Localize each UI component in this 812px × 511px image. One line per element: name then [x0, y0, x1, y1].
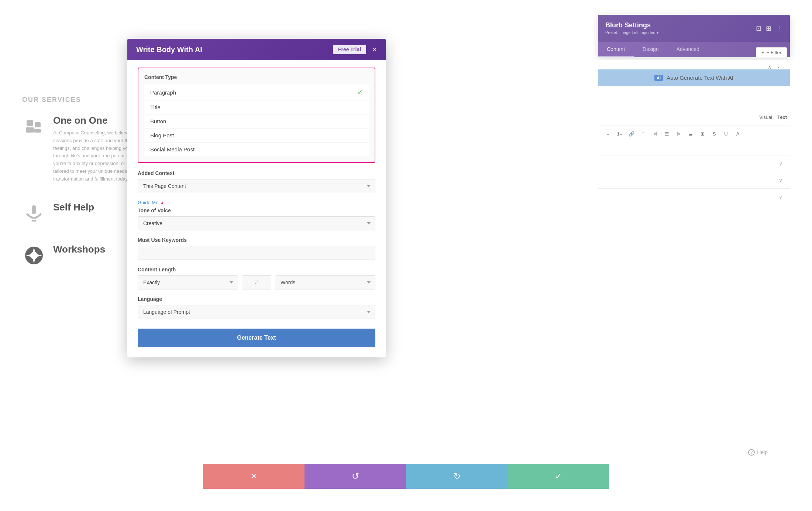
title-label: Title	[150, 104, 161, 110]
self-help-icon	[22, 202, 46, 225]
free-trial-badge: Free Trial	[333, 45, 366, 54]
close-button[interactable]: ×	[372, 45, 377, 54]
guide-me-arrow-icon: ▲	[160, 200, 164, 205]
self-help-title: Self Help	[53, 202, 94, 213]
svg-rect-1	[26, 127, 34, 133]
ai-icon: AI	[654, 75, 663, 81]
collapsible-row-3[interactable]: ∨	[598, 188, 790, 205]
social-media-label: Social Media Post	[150, 146, 195, 152]
svg-rect-4	[32, 205, 36, 214]
content-length-number-input[interactable]	[242, 275, 271, 289]
right-collapsibles: ∨ ∨ ∨	[598, 155, 790, 205]
table-icon[interactable]: ⊞	[698, 129, 707, 138]
guide-me-link[interactable]: Guide Me ▲	[138, 200, 375, 205]
paragraph-label: Paragraph	[150, 89, 176, 96]
svg-rect-5	[32, 220, 36, 222]
svg-point-8	[32, 254, 35, 257]
color-icon[interactable]: A	[733, 129, 743, 138]
blurb-header: Blurb Settings Preset: Image Left import…	[598, 15, 790, 42]
blurb-header-icons: ⊡ ⊞ ⋮	[756, 24, 782, 32]
help-button[interactable]: ? Help	[748, 449, 768, 456]
selected-check-icon: ✓	[357, 88, 363, 96]
tone-of-voice-group: Tone of Voice Creative	[138, 208, 375, 230]
numbered-list-icon[interactable]: 1≡	[615, 129, 625, 138]
chevron-down-icon-1: ∨	[779, 161, 782, 167]
layout-icon[interactable]: ⊞	[766, 24, 771, 32]
blog-post-label: Blog Post	[150, 132, 174, 138]
tab-content[interactable]: Content	[598, 42, 634, 57]
toolbar-row: ≡ 1≡ 🔗 " ⫷ ☰ ⫸ ≣ ⊞ S U A	[598, 126, 790, 141]
underline-icon[interactable]: U	[721, 129, 731, 138]
more-options-icon[interactable]: ⋮	[776, 24, 782, 32]
align-center-icon[interactable]: ☰	[662, 129, 672, 138]
visual-label[interactable]: Visual	[759, 114, 772, 120]
ai-modal-title: Write Body With AI	[136, 45, 202, 54]
text-label[interactable]: Text	[777, 114, 787, 120]
content-length-row: Exactly Words	[138, 275, 375, 289]
help-circle-icon: ?	[748, 449, 755, 456]
redo-action-button[interactable]: ↻	[406, 464, 508, 489]
justify-icon[interactable]: ≣	[686, 129, 695, 138]
language-group: Language Language of Prompt	[138, 296, 375, 319]
tab-design[interactable]: Design	[634, 42, 668, 57]
svg-rect-0	[27, 120, 33, 126]
resize-icon[interactable]: ⊡	[756, 24, 761, 32]
content-length-label: Content Length	[138, 267, 375, 272]
bullet-list-icon[interactable]: ≡	[603, 129, 613, 138]
undo-action-button[interactable]: ↺	[304, 464, 406, 489]
confirm-action-button[interactable]: ✓	[508, 464, 609, 489]
language-select[interactable]: Language of Prompt	[138, 305, 375, 319]
content-type-section: Content Type Paragraph ✓ Title Button Bl…	[138, 68, 375, 163]
filter-button[interactable]: + + Filter	[756, 47, 787, 58]
content-type-label: Content Type	[144, 74, 369, 80]
content-length-unit-select[interactable]: Words	[275, 275, 375, 289]
content-type-blog-post[interactable]: Blog Post	[144, 128, 369, 143]
language-label: Language	[138, 296, 375, 302]
added-context-label: Added Context	[138, 170, 375, 176]
chevron-down-icon-3: ∨	[779, 194, 782, 200]
ai-modal-body: Content Type Paragraph ✓ Title Button Bl…	[127, 60, 386, 357]
generate-text-button[interactable]: Generate Text	[138, 329, 375, 347]
align-right-icon[interactable]: ⫸	[674, 129, 684, 138]
tone-of-voice-select[interactable]: Creative	[138, 216, 375, 230]
content-type-paragraph[interactable]: Paragraph ✓	[144, 85, 369, 100]
filter-label: + Filter	[767, 50, 781, 55]
button-label: Button	[150, 118, 166, 124]
tab-advanced[interactable]: Advanced	[668, 42, 708, 57]
added-context-group: Added Context This Page Content	[138, 170, 375, 193]
link-icon[interactable]: 🔗	[627, 129, 636, 138]
auto-generate-button[interactable]: AI Auto Generate Text With AI	[598, 69, 790, 86]
content-type-title[interactable]: Title	[144, 100, 369, 114]
workshops-title: Workshops	[53, 244, 105, 255]
keywords-label: Must Use Keywords	[138, 237, 375, 243]
blurb-header-info: Blurb Settings Preset: Image Left import…	[605, 21, 659, 35]
content-length-group: Content Length Exactly Words	[138, 267, 375, 289]
workshops-content: Workshops	[53, 244, 105, 258]
bottom-action-bar: ✕ ↺ ↻ ✓	[203, 464, 609, 489]
align-left-icon[interactable]: ⫷	[650, 129, 660, 138]
ai-modal-header-right: Free Trial ×	[333, 45, 377, 54]
tone-of-voice-label: Tone of Voice	[138, 208, 375, 213]
svg-rect-2	[35, 122, 41, 127]
cancel-action-button[interactable]: ✕	[203, 464, 304, 489]
collapsible-row-1[interactable]: ∨	[598, 155, 790, 172]
workshops-icon	[22, 244, 46, 267]
strikethrough-icon[interactable]: S	[709, 129, 719, 138]
added-context-select[interactable]: This Page Content	[138, 179, 375, 193]
content-type-button[interactable]: Button	[144, 114, 369, 128]
svg-rect-3	[34, 129, 41, 133]
keywords-input[interactable]	[138, 246, 375, 260]
blockquote-icon[interactable]: "	[639, 129, 648, 138]
collapsible-row-2[interactable]: ∨	[598, 172, 790, 188]
ai-write-modal: Write Body With AI Free Trial × Content …	[127, 39, 386, 357]
chevron-down-icon-2: ∨	[779, 177, 782, 183]
ai-modal-header: Write Body With AI Free Trial ×	[127, 39, 386, 60]
guide-me-label: Guide Me	[138, 200, 158, 205]
keywords-group: Must Use Keywords	[138, 237, 375, 260]
one-on-one-icon	[22, 115, 46, 138]
content-length-quantity-select[interactable]: Exactly	[138, 275, 238, 289]
blurb-title: Blurb Settings	[605, 21, 659, 29]
content-type-social-media[interactable]: Social Media Post	[144, 143, 369, 156]
filter-plus-icon: +	[761, 50, 764, 55]
help-label: Help	[757, 449, 768, 455]
